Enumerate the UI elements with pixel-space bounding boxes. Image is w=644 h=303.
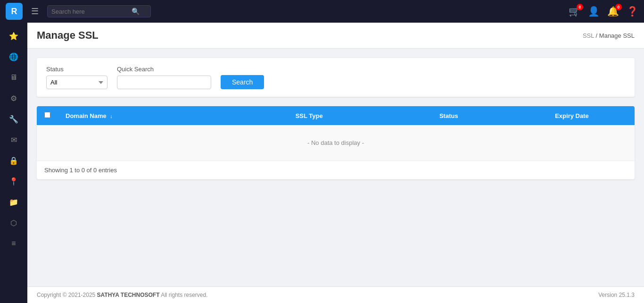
global-search-input[interactable]	[51, 8, 132, 15]
notification-button[interactable]: 🔔 0	[607, 6, 619, 17]
profile-button[interactable]: 👤	[588, 6, 600, 17]
col-checkbox	[37, 106, 58, 125]
sidebar-item-security[interactable]: 🔒	[4, 151, 23, 170]
global-search-box: 🔍	[47, 5, 151, 17]
notification-badge: 0	[615, 4, 622, 10]
footer-version: Version 25.1.3	[598, 292, 635, 298]
table-footer: Showing 1 to 0 of 0 entries	[37, 160, 635, 179]
quick-search-label: Quick Search	[117, 66, 211, 73]
sidebar-item-files[interactable]: 📁	[4, 193, 23, 211]
footer-copyright-text: Copyright © 2021-2025	[37, 292, 97, 298]
global-search-button[interactable]: 🔍	[132, 8, 140, 15]
no-data-cell: - No data to display -	[37, 125, 635, 160]
col-ssl-type: SSL Type	[288, 106, 432, 125]
brand-logo: R	[6, 3, 23, 20]
col-domain-label: Domain Name	[66, 112, 107, 119]
page-title: Manage SSL	[37, 29, 99, 42]
quick-search-input[interactable]	[117, 76, 211, 89]
footer-rights: All rights reserved.	[160, 292, 208, 298]
help-button[interactable]: ❓	[627, 6, 638, 17]
showing-text: Showing 1 to 0 of 0 entries	[44, 167, 117, 174]
status-filter-group: Status All Active Expired Pending	[46, 66, 107, 89]
sidebar-item-server[interactable]: 🖥	[4, 68, 23, 87]
hamburger-button[interactable]: ☰	[27, 4, 42, 18]
footer-copyright: Copyright © 2021-2025 SATHYA TECHNOSOFT …	[37, 292, 208, 298]
col-status: Status	[432, 106, 547, 125]
sidebar-item-settings[interactable]: ⚙	[4, 89, 23, 108]
quick-search-group: Quick Search	[117, 66, 211, 89]
content-area: Status All Active Expired Pending Quick …	[27, 49, 644, 286]
navbar: R ☰ 🔍 🛒 0 👤 🔔 0 ❓	[0, 0, 644, 23]
col-expiry-date: Expiry Date	[547, 106, 635, 125]
breadcrumb-current: Manage SSL	[599, 32, 635, 39]
navbar-right: 🛒 0 👤 🔔 0 ❓	[569, 6, 638, 17]
filter-card: Status All Active Expired Pending Quick …	[37, 58, 635, 97]
sidebar-item-email[interactable]: ✉	[4, 130, 23, 149]
breadcrumb-parent[interactable]: SSL	[583, 32, 594, 39]
sidebar: ⭐ 🌐 🖥 ⚙ 🔧 ✉ 🔒 📍 📁 ⬡ ≡	[0, 23, 27, 303]
table-header-row: Domain Name ↓ SSL Type Status Expiry Dat…	[37, 106, 635, 125]
select-all-checkbox[interactable]	[44, 112, 50, 118]
sidebar-item-favorites[interactable]: ⭐	[4, 26, 23, 45]
sidebar-item-location[interactable]: 📍	[4, 172, 23, 191]
breadcrumb-separator: /	[596, 32, 599, 39]
main-content: Manage SSL SSL / Manage SSL Status All A…	[27, 23, 644, 303]
page-header: Manage SSL SSL / Manage SSL	[27, 23, 644, 49]
page-footer: Copyright © 2021-2025 SATHYA TECHNOSOFT …	[27, 286, 644, 303]
search-button[interactable]: Search	[221, 75, 264, 89]
table-head: Domain Name ↓ SSL Type Status Expiry Dat…	[37, 106, 635, 125]
no-data-row: - No data to display -	[37, 125, 635, 160]
data-table: Domain Name ↓ SSL Type Status Expiry Dat…	[37, 106, 635, 160]
help-icon: ❓	[627, 6, 638, 17]
sidebar-item-globe[interactable]: 🌐	[4, 47, 23, 66]
cart-badge: 0	[577, 4, 583, 10]
user-icon: 👤	[588, 6, 600, 17]
col-domain-name[interactable]: Domain Name ↓	[58, 106, 288, 125]
cart-button[interactable]: 🛒 0	[569, 6, 580, 17]
breadcrumb: SSL / Manage SSL	[583, 32, 635, 39]
status-label: Status	[46, 66, 107, 73]
status-select[interactable]: All Active Expired Pending	[46, 76, 107, 89]
sidebar-item-tools[interactable]: 🔧	[4, 109, 23, 128]
filter-row: Status All Active Expired Pending Quick …	[46, 66, 625, 89]
table-body: - No data to display -	[37, 125, 635, 160]
sort-icon: ↓	[110, 113, 113, 119]
app-body: ⭐ 🌐 🖥 ⚙ 🔧 ✉ 🔒 📍 📁 ⬡ ≡ Manage SSL SSL / M…	[0, 23, 644, 303]
table-card: Domain Name ↓ SSL Type Status Expiry Dat…	[37, 106, 635, 179]
sidebar-item-network[interactable]: ⬡	[4, 213, 23, 232]
sidebar-item-list[interactable]: ≡	[4, 234, 23, 253]
footer-company: SATHYA TECHNOSOFT	[97, 292, 160, 298]
